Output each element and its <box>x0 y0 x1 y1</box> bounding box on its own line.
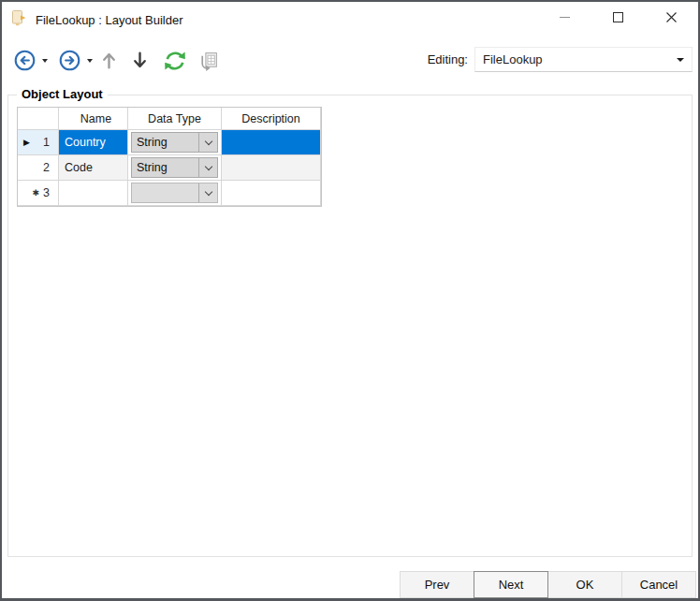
table-row: ▶ 1 Country String <box>18 130 321 155</box>
title-bar: FileLookup : Layout Builder <box>2 2 698 37</box>
grid-corner-header[interactable] <box>18 108 59 130</box>
editing-group: Editing: FileLookup <box>428 47 693 72</box>
forward-dropdown-caret-icon <box>87 59 93 63</box>
back-dropdown-caret-icon <box>42 59 48 63</box>
refresh-icon <box>163 49 187 73</box>
cell-description-3[interactable] <box>222 181 321 206</box>
combobox-dropdown-button[interactable] <box>198 158 217 177</box>
data-type-combobox[interactable]: String <box>131 157 218 178</box>
minimize-icon <box>560 17 570 18</box>
chevron-down-icon <box>204 187 211 195</box>
column-header-name[interactable]: Name <box>59 108 128 130</box>
editing-combobox-value: FileLookup <box>483 52 543 66</box>
move-down-button[interactable] <box>132 49 148 72</box>
column-header-description[interactable]: Description <box>222 108 321 130</box>
cell-data-type-2[interactable]: String <box>128 155 222 181</box>
back-icon <box>13 49 36 72</box>
footer-button-bar: Prev Next OK Cancel <box>401 571 696 598</box>
editing-label: Editing: <box>428 52 468 66</box>
new-row-icon: ✱ <box>33 189 40 198</box>
grid-header-row: Name Data Type Description <box>18 108 321 130</box>
data-type-combobox[interactable] <box>131 183 218 203</box>
import-layout-button[interactable] <box>197 51 219 72</box>
cell-name-2[interactable]: Code <box>59 155 128 181</box>
close-icon <box>665 11 678 23</box>
row-number: 1 <box>43 136 50 149</box>
cell-description-2[interactable] <box>222 155 321 181</box>
prev-button[interactable]: Prev <box>400 571 474 598</box>
window-title: FileLookup : Layout Builder <box>36 13 183 27</box>
maximize-button[interactable] <box>591 2 645 33</box>
row-header-3-new[interactable]: ✱ 3 <box>18 181 59 206</box>
data-type-value: String <box>132 133 198 152</box>
cell-name-3[interactable] <box>59 181 128 206</box>
maximize-icon <box>613 12 623 22</box>
data-type-value <box>132 183 198 202</box>
move-up-icon <box>101 49 117 72</box>
column-header-data-type[interactable]: Data Type <box>128 108 222 130</box>
cell-description-1[interactable] <box>222 130 321 155</box>
forward-button[interactable] <box>58 49 81 72</box>
cell-data-type-1[interactable]: String <box>128 130 222 155</box>
refresh-button[interactable] <box>163 49 187 73</box>
combobox-dropdown-button[interactable] <box>198 133 217 152</box>
move-down-icon <box>132 49 148 72</box>
combobox-dropdown-button[interactable] <box>198 183 217 202</box>
cell-data-type-3[interactable] <box>128 181 222 206</box>
object-layout-title: Object Layout <box>17 87 108 101</box>
data-type-value: String <box>132 158 198 177</box>
close-button[interactable] <box>645 2 698 33</box>
forward-dropdown-button[interactable] <box>87 59 93 63</box>
row-header-2[interactable]: 2 <box>18 155 59 181</box>
move-up-button[interactable] <box>101 49 117 72</box>
row-number: 2 <box>43 161 50 174</box>
back-dropdown-button[interactable] <box>42 59 48 63</box>
current-row-icon: ▶ <box>23 139 30 147</box>
table-row: ✱ 3 <box>18 181 321 206</box>
forward-icon <box>58 49 81 72</box>
app-icon <box>10 9 27 30</box>
next-button[interactable]: Next <box>474 571 548 598</box>
row-number: 3 <box>43 186 50 199</box>
ok-button[interactable]: OK <box>547 571 622 598</box>
toolbar: Editing: FileLookup <box>2 37 698 82</box>
import-grid-icon <box>197 51 219 72</box>
chevron-down-icon <box>204 162 211 169</box>
cell-name-1[interactable]: Country <box>59 130 128 155</box>
back-button[interactable] <box>13 49 36 72</box>
minimize-button[interactable] <box>538 2 591 33</box>
editing-combobox[interactable]: FileLookup <box>474 47 693 72</box>
cancel-button[interactable]: Cancel <box>621 571 696 598</box>
chevron-down-icon <box>204 137 211 144</box>
layout-grid: Name Data Type Description ▶ 1 Country S… <box>17 107 322 207</box>
data-type-combobox[interactable]: String <box>131 132 218 153</box>
chevron-down-icon <box>677 58 684 62</box>
row-header-1[interactable]: ▶ 1 <box>18 130 59 155</box>
table-row: 2 Code String <box>18 155 321 181</box>
layout-builder-window: FileLookup : Layout Builder <box>0 0 700 601</box>
